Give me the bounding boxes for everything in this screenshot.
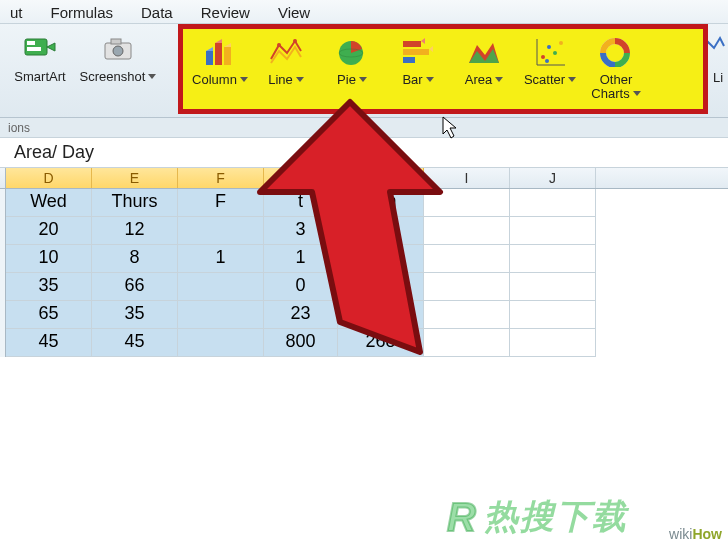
- pie-chart-icon: [335, 35, 369, 69]
- cell[interactable]: 20: [6, 217, 92, 245]
- cell[interactable]: [424, 189, 510, 217]
- other-charts-label-1: Other: [600, 73, 633, 87]
- spreadsheet: D E F G H I J Wed Thurs F t Sun 20 12 3 …: [0, 168, 728, 357]
- col-header-J[interactable]: J: [510, 168, 596, 188]
- watermark-cn-r-icon: R: [447, 495, 478, 540]
- svg-point-4: [113, 46, 123, 56]
- cell[interactable]: [424, 217, 510, 245]
- screenshot-icon: [101, 32, 135, 66]
- cell[interactable]: Wed: [6, 189, 92, 217]
- cell[interactable]: 1: [178, 245, 264, 273]
- svg-rect-8: [224, 47, 231, 65]
- ribbon-group-illustrations: SmartArt Screenshot: [0, 26, 164, 117]
- cell[interactable]: Sun: [338, 189, 424, 217]
- table-row: 10 8 1 1 540: [0, 245, 728, 273]
- bar-chart-button[interactable]: Bar: [385, 31, 451, 87]
- cell[interactable]: [178, 329, 264, 357]
- cell[interactable]: 35: [6, 273, 92, 301]
- watermark-cn-text: 热搜下载: [484, 494, 628, 540]
- cell[interactable]: 35: [92, 301, 178, 329]
- cell[interactable]: [424, 301, 510, 329]
- screenshot-button[interactable]: Screenshot: [76, 28, 160, 84]
- svg-rect-2: [27, 47, 41, 51]
- col-header-I[interactable]: I: [424, 168, 510, 188]
- cell[interactable]: [510, 245, 596, 273]
- scatter-chart-button[interactable]: Scatter: [517, 31, 583, 87]
- table-row: 65 35 23 661: [0, 301, 728, 329]
- cell[interactable]: [178, 301, 264, 329]
- cell[interactable]: 66: [92, 273, 178, 301]
- watermark-how: How: [692, 526, 722, 542]
- smartart-button[interactable]: SmartArt: [4, 28, 76, 84]
- cell[interactable]: [510, 301, 596, 329]
- cell[interactable]: [510, 329, 596, 357]
- cell[interactable]: t: [264, 189, 338, 217]
- svg-rect-5: [111, 39, 121, 44]
- ribbon-tabs: ut Formulas Data Review View: [0, 0, 728, 24]
- cell[interactable]: 23: [264, 301, 338, 329]
- cell[interactable]: Thurs: [92, 189, 178, 217]
- svg-rect-7: [215, 43, 222, 65]
- cell[interactable]: 606: [338, 217, 424, 245]
- tab-view[interactable]: View: [278, 4, 310, 19]
- scatter-chart-label: Scatter: [524, 73, 576, 87]
- tab-cutoff[interactable]: ut: [10, 4, 23, 19]
- cell[interactable]: 268: [338, 329, 424, 357]
- cell[interactable]: 0: [264, 273, 338, 301]
- cell[interactable]: [178, 217, 264, 245]
- cell[interactable]: [510, 189, 596, 217]
- col-header-F[interactable]: F: [178, 168, 264, 188]
- svg-point-9: [277, 43, 281, 47]
- svg-point-10: [293, 39, 297, 43]
- col-header-H[interactable]: H: [338, 168, 424, 188]
- cell[interactable]: 450: [338, 273, 424, 301]
- other-charts-button[interactable]: Other Charts: [583, 31, 649, 102]
- tab-review[interactable]: Review: [201, 4, 250, 19]
- cell[interactable]: 1: [264, 245, 338, 273]
- table-row: 20 12 3 606: [0, 217, 728, 245]
- column-chart-button[interactable]: Column: [187, 31, 253, 87]
- smartart-label: SmartArt: [14, 70, 65, 84]
- cell[interactable]: 540: [338, 245, 424, 273]
- cell[interactable]: 800: [264, 329, 338, 357]
- tab-data[interactable]: Data: [141, 4, 173, 19]
- cell[interactable]: 3: [264, 217, 338, 245]
- watermark-wikihow: wikiHow: [669, 526, 722, 542]
- sparkline-line-button-cutoff[interactable]: Li: [708, 24, 728, 114]
- watermark-cn: R 热搜下载: [447, 494, 628, 540]
- col-header-D[interactable]: D: [6, 168, 92, 188]
- cell[interactable]: 8: [92, 245, 178, 273]
- cell[interactable]: 45: [92, 329, 178, 357]
- screenshot-label: Screenshot: [80, 70, 157, 84]
- cell[interactable]: 45: [6, 329, 92, 357]
- cell[interactable]: [510, 273, 596, 301]
- scatter-chart-icon: [533, 35, 567, 69]
- svg-point-18: [541, 55, 545, 59]
- area-chart-icon: [467, 35, 501, 69]
- tab-formulas[interactable]: Formulas: [51, 4, 114, 19]
- table-row: Wed Thurs F t Sun: [0, 189, 728, 217]
- cell[interactable]: 661: [338, 301, 424, 329]
- svg-point-21: [559, 41, 563, 45]
- pie-chart-button[interactable]: Pie: [319, 31, 385, 87]
- column-chart-icon: [203, 35, 237, 69]
- ribbon-group-labels: ions: [0, 118, 728, 138]
- col-header-E[interactable]: E: [92, 168, 178, 188]
- cell[interactable]: [178, 273, 264, 301]
- cell[interactable]: 12: [92, 217, 178, 245]
- cell[interactable]: [424, 245, 510, 273]
- cell[interactable]: 65: [6, 301, 92, 329]
- column-chart-label: Column: [192, 73, 248, 87]
- svg-rect-13: [403, 41, 421, 47]
- line-chart-button[interactable]: Line: [253, 31, 319, 87]
- cell[interactable]: [424, 273, 510, 301]
- formula-bar[interactable]: Area/ Day: [0, 138, 728, 168]
- col-header-G[interactable]: G: [264, 168, 338, 188]
- cell[interactable]: [510, 217, 596, 245]
- pie-chart-label: Pie: [337, 73, 367, 87]
- cell[interactable]: [424, 329, 510, 357]
- area-chart-button[interactable]: Area: [451, 31, 517, 87]
- svg-rect-15: [403, 57, 415, 63]
- cell[interactable]: 10: [6, 245, 92, 273]
- cell[interactable]: F: [178, 189, 264, 217]
